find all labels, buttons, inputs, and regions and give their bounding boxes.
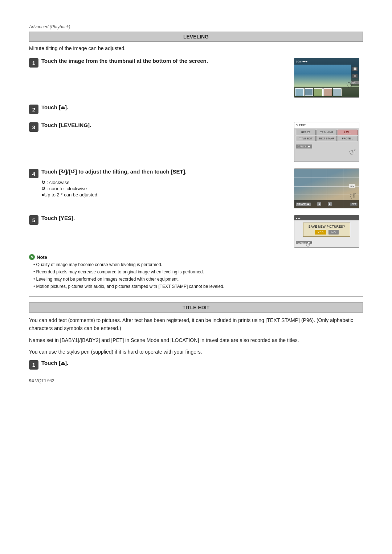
title-edit-step-1: 1 Touch [⏏]. (29, 360, 363, 371)
thumb2-topbar-text: ✎ EDIT (296, 123, 306, 127)
thumb-step5: ●●● SAVE NEW PICTURES? YES NO CANCEL⏹ ☞ (294, 215, 359, 248)
step1-title: Touch the image from the thumbnail at th… (41, 58, 208, 64)
step3-number: 3 (29, 122, 38, 132)
thumb3-bottombar: CANCEL⏹ ◀ ▶ SET (294, 200, 359, 208)
thumb3-right: ▶ (328, 202, 332, 206)
thumb2-titleedit: TITLE EDIT (296, 136, 316, 141)
leveling-step-1: 1 Touch the image from the thumbnail at … (29, 58, 363, 98)
thumb2-cancel: CANCEL⏹ (296, 144, 312, 148)
breadcrumb: Advanced (Playback) (29, 22, 363, 29)
mini-thumb2-selected (305, 88, 313, 96)
notes-section: ✎ Note Quality of image may become coars… (29, 254, 363, 290)
thumb4-no-btn: NO (328, 230, 339, 235)
leveling-section-header: LEVELING (29, 32, 363, 42)
step5-title: Touch [YES]. (41, 215, 75, 221)
thumb2-grid: RESIZE TRIMMING LEV... TITLE EDIT TEXT S… (294, 128, 359, 143)
step4-thumb: 1.0 CANCEL⏹ ◀ ▶ SET ☞ (290, 168, 363, 208)
mini-thumb4 (323, 88, 332, 96)
leveling-intro: Minute tilting of the image can be adjus… (29, 45, 363, 51)
step5-thumb: ●●● SAVE NEW PICTURES? YES NO CANCEL⏹ ☞ (290, 215, 363, 248)
note-item-3: Leveling may not be performed on images … (33, 276, 363, 282)
step4-number: 4 (29, 169, 38, 178)
leveling-step-4: 4 Touch [↻]/[↺] to adjust the tilting, a… (29, 168, 363, 208)
title-edit-body3: You can use the stylus pen (supplied) if… (29, 348, 363, 356)
thumb3-set: SET (350, 203, 358, 206)
thumb4-dialog-text: SAVE NEW PICTURES? (305, 225, 348, 228)
level-indicator: 1.0 (349, 184, 355, 188)
leveling-step-3: 3 Touch [LEVELING]. ✎ EDIT RESIZE TRIMMI… (29, 122, 363, 162)
thumb-step3: ✎ EDIT RESIZE TRIMMING LEV... TITLE EDIT… (294, 122, 359, 162)
step4-title: Touch [↻]/[↺] to adjust the tilting, and… (41, 168, 187, 175)
step5-left: 5 Touch [YES]. (29, 215, 290, 226)
note-header: ✎ Note (29, 254, 363, 260)
thumb3-left: ◀ (317, 202, 321, 206)
step2-left: 2 Touch [⏏]. (29, 104, 290, 115)
thumb-step4: 1.0 CANCEL⏹ ◀ ▶ SET ☞ (294, 168, 359, 208)
step2-number: 2 (29, 105, 38, 114)
note-item-4: Motion pictures, pictures with audio, an… (33, 283, 363, 290)
title-step1-number: 1 (29, 360, 38, 370)
sidebar-icon1: ⬜ (352, 67, 358, 71)
note-icon: ✎ (29, 254, 35, 260)
thumb4-topbar: ●●● (294, 215, 359, 220)
title-edit-section-header: TITLE EDIT (29, 302, 363, 313)
thumb2-resize: RESIZE (296, 130, 316, 135)
leveling-step-2: 2 Touch [⏏]. (29, 104, 363, 115)
step1-thumb: 10m ●●● ★ ⬜ ▤ EXIT ☞ (290, 58, 363, 98)
step1-left: 1 Touch the image from the thumbnail at … (29, 58, 290, 69)
step3-left: 3 Touch [LEVELING]. (29, 122, 290, 133)
thumb1-topbar: 10m ●●● (294, 58, 359, 65)
title-edit-body1: You can add text (comments) to pictures.… (29, 316, 363, 333)
thumb2-textstamp: TEXT STAMP (317, 136, 336, 141)
title-step1-title: Touch [⏏]. (41, 360, 68, 366)
mini-thumb1 (295, 88, 304, 96)
thumb2-lev: LEV... (338, 130, 358, 135)
title-edit-step1-left: 1 Touch [⏏]. (29, 360, 290, 371)
page-number: 94 (29, 378, 34, 383)
step4-sub2: ↺ : counter-clockwise (41, 186, 283, 191)
step4-left: 4 Touch [↻]/[↺] to adjust the tilting, a… (29, 168, 290, 197)
section-divider (29, 296, 363, 297)
hand-cursor-3: ☞ (348, 146, 359, 158)
step1-number: 1 (29, 58, 38, 68)
mini-thumb3 (314, 88, 323, 96)
leveling-step-5: 5 Touch [YES]. ●●● SAVE NEW PICTURES? YE… (29, 215, 363, 248)
thumb4-yes-btn: YES (315, 230, 326, 235)
thumb4-topbar-text: ●●● (296, 217, 301, 219)
model-number: VQT1Y62 (35, 378, 54, 383)
note-header-text: Note (37, 254, 47, 260)
step3-thumb: ✎ EDIT RESIZE TRIMMING LEV... TITLE EDIT… (290, 122, 363, 162)
thumb1-topbar-text: 10m ●●● (296, 60, 307, 63)
thumb3-cancel: CANCEL⏹ (296, 203, 311, 206)
page: Advanced (Playback) LEVELING Minute tilt… (0, 0, 392, 554)
thumb-step1: 10m ●●● ★ ⬜ ▤ EXIT ☞ (294, 58, 359, 98)
title-edit-body2: Names set in [BABY1]/[BABY2] and [PET] i… (29, 336, 363, 344)
step4-sub1: ↻ : clockwise (41, 180, 283, 185)
mini-thumb5 (333, 88, 342, 96)
note-item-1: Quality of image may become coarse when … (33, 261, 363, 268)
thumb2-protect: PROTE... (338, 136, 358, 141)
step4-bullet: ●Up to 2 ° can be adjusted. (41, 192, 283, 197)
thumb2-topbar: ✎ EDIT (294, 122, 359, 128)
step2-title: Touch [⏏]. (41, 104, 68, 110)
note-item-2: Recorded pixels may decrease compared to… (33, 269, 363, 275)
page-footer: 94 VQT1Y62 (29, 378, 363, 383)
step5-number: 5 (29, 215, 38, 225)
step3-title: Touch [LEVELING]. (41, 122, 91, 128)
thumb2-trimming: TRIMMING (317, 130, 336, 135)
